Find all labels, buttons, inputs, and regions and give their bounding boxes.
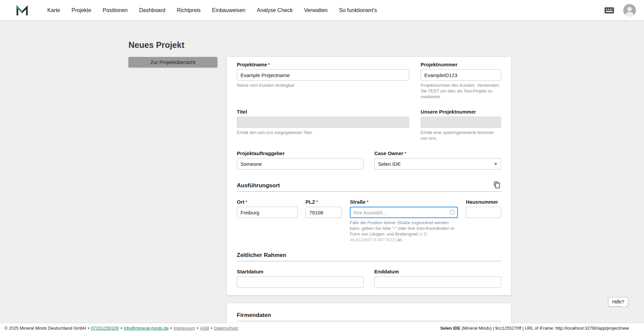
user-avatar[interactable] xyxy=(623,4,636,17)
footer-phone-link[interactable]: 07151/250100 xyxy=(91,326,119,331)
left-column: Zur Projektübersicht xyxy=(128,57,217,67)
startdatum-field: Startdatum xyxy=(237,269,364,288)
strasse-input[interactable] xyxy=(350,207,458,218)
footer-user-details: (Mineral Minds) | 9cc1255270ff | URL of … xyxy=(461,326,629,331)
ausfuehrungsort-section-header: Ausführungsort xyxy=(237,181,501,192)
unsere-projektnummer-helper: Erhält eine systemgenerierte Nummer von … xyxy=(421,130,501,141)
footer-session-info: Selen IDE (Mineral Minds) | 9cc1255270ff… xyxy=(440,326,640,331)
enddatum-label: Enddatum xyxy=(374,269,501,275)
projektauftraggeber-input[interactable] xyxy=(237,158,364,170)
titel-input xyxy=(237,117,409,128)
required-asterisk: * xyxy=(316,199,318,205)
firmendaten-title: Firmendaten xyxy=(237,312,271,319)
footer-separator: • xyxy=(88,326,90,331)
hausnummer-input[interactable] xyxy=(466,207,501,218)
copy-icon[interactable] xyxy=(493,181,501,189)
help-button[interactable]: Hilfe? xyxy=(608,297,628,307)
ort-field: Ort* xyxy=(237,199,298,218)
unsere-projektnummer-input xyxy=(421,117,501,128)
footer-agb-link[interactable]: AGB xyxy=(200,326,209,331)
unsere-projektnummer-label: Unsere Projektnummer xyxy=(421,109,501,115)
brand-logo[interactable] xyxy=(15,4,29,17)
strasse-label: Straße* xyxy=(350,199,458,205)
case-owner-value: Selen IDE xyxy=(378,161,401,167)
footer-left: © 2025 Mineral Minds Deutschland GmbH • … xyxy=(4,326,238,331)
ort-input[interactable] xyxy=(237,207,298,218)
nav-item-richtpreis[interactable]: Richtpreis xyxy=(171,0,206,20)
strasse-helper: Falls die Position keiner Straße zugeord… xyxy=(350,220,458,243)
projektauftraggeber-label: Projektauftraggeber xyxy=(237,150,364,156)
footer-copyright: © 2025 Mineral Minds Deutschland GmbH xyxy=(4,326,86,331)
enddatum-field: Enddatum xyxy=(374,269,501,288)
firmendaten-card: Firmendaten xyxy=(227,303,511,323)
unsere-projektnummer-field: Unsere Projektnummer Erhält eine systemg… xyxy=(421,109,501,141)
titel-field: Titel Erhält den von uns vorgegebenen Ti… xyxy=(237,109,409,135)
footer-separator: • xyxy=(211,326,213,331)
ausfuehrungsort-title: Ausführungsort xyxy=(237,182,280,189)
main-area: Neues Projekt Zur Projektübersicht Proje… xyxy=(0,20,644,323)
startdatum-label: Startdatum xyxy=(237,269,364,275)
plz-input[interactable] xyxy=(306,207,342,218)
footer-email-link[interactable]: info@mineral-minds.de xyxy=(124,326,169,331)
nav-item-verwalten[interactable]: Verwalten xyxy=(298,0,333,20)
zeitlicher-rahmen-title: Zeitlicher Rahmen xyxy=(237,252,286,259)
nav-item-dashboard[interactable]: Dashboard xyxy=(133,0,171,20)
navbar-right xyxy=(604,4,636,17)
nav-item-projekte[interactable]: Projekte xyxy=(66,0,97,20)
nav-item-positionen[interactable]: Positionen xyxy=(97,0,133,20)
page-title: Neues Projekt xyxy=(128,40,513,50)
required-asterisk: * xyxy=(268,62,270,67)
chevron-down-icon xyxy=(494,163,497,165)
projektnummer-field: Projektnummer Projektnummer des Kunden. … xyxy=(421,62,501,99)
hausnummer-label: Hausnummer xyxy=(466,199,501,205)
main-navigation: Karte Projekte Positionen Dashboard Rich… xyxy=(42,0,383,20)
back-to-projects-button[interactable]: Zur Projektübersicht xyxy=(128,57,217,67)
plz-label: PLZ* xyxy=(306,199,342,205)
footer-separator: • xyxy=(170,326,172,331)
required-asterisk: * xyxy=(246,199,248,205)
required-asterisk: * xyxy=(367,199,369,205)
projektnummer-input[interactable] xyxy=(421,69,501,81)
strasse-field: Straße* Falls die Position keiner Straße… xyxy=(350,199,458,243)
footer-separator: • xyxy=(120,326,122,331)
case-owner-select[interactable]: Selen IDE xyxy=(374,158,501,170)
titel-helper: Erhält den von uns vorgegebenen Titel. xyxy=(237,130,409,135)
firmendaten-section-header: Firmendaten xyxy=(237,312,501,321)
projektnummer-helper: Projektnummer des Kunden. Verwenden Sie … xyxy=(421,82,501,99)
nav-item-analyse-check[interactable]: Analyse Check xyxy=(251,0,299,20)
zeitlicher-rahmen-section-header: Zeitlicher Rahmen xyxy=(237,252,501,261)
projektname-field: Projektname* Name vom Kunden festlegbar xyxy=(237,62,409,88)
projektauftraggeber-field: Projektauftraggeber xyxy=(237,150,364,170)
nav-item-karte[interactable]: Karte xyxy=(42,0,66,20)
footer: © 2025 Mineral Minds Deutschland GmbH • … xyxy=(0,323,644,333)
navbar: Karte Projekte Positionen Dashboard Rich… xyxy=(0,0,644,20)
projektname-helper: Name vom Kunden festlegbar xyxy=(237,82,409,88)
projektname-input[interactable] xyxy=(237,69,409,81)
footer-impressum-link[interactable]: Impressum xyxy=(173,326,195,331)
footer-user-name: Selen IDE xyxy=(440,326,461,331)
loading-spinner-icon xyxy=(450,210,455,215)
required-asterisk: * xyxy=(405,150,407,156)
enddatum-input[interactable] xyxy=(374,276,501,288)
startdatum-input[interactable] xyxy=(237,276,364,288)
content-wrapper: Neues Projekt Zur Projektübersicht Proje… xyxy=(128,20,513,323)
footer-datenschutz-link[interactable]: Datenschutz xyxy=(214,326,238,331)
footer-separator: • xyxy=(197,326,199,331)
case-owner-field: Case Owner* Selen IDE xyxy=(374,150,501,170)
hausnummer-field: Hausnummer xyxy=(466,199,501,218)
ort-label: Ort* xyxy=(237,199,298,205)
case-owner-label: Case Owner* xyxy=(374,150,501,156)
server-icon[interactable] xyxy=(604,6,614,15)
mineral-minds-logo-icon xyxy=(15,4,29,17)
nav-item-so-funktionierts[interactable]: So funktioniert's xyxy=(333,0,383,20)
projektname-label: Projektname* xyxy=(237,62,409,68)
nav-item-einbauweisen[interactable]: Einbauweisen xyxy=(206,0,251,20)
titel-label: Titel xyxy=(237,109,409,115)
projektnummer-label: Projektnummer xyxy=(421,62,501,68)
plz-field: PLZ* xyxy=(306,199,342,218)
project-form-card: Projektname* Name vom Kunden festlegbar … xyxy=(227,57,511,295)
